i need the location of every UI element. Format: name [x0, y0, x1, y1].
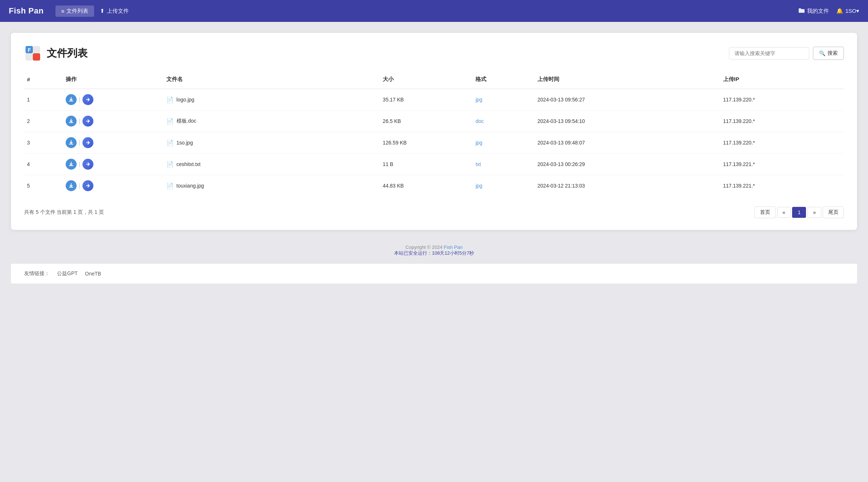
file-list-card: F 文件列表 🔍 搜索 # 操作 文件名 大小 格式 [11, 33, 857, 230]
search-area: 🔍 搜索 [729, 47, 844, 60]
table-row: 5 | 📄 [24, 175, 844, 197]
list-icon: ≡ [61, 8, 65, 14]
link-onetb[interactable]: OneTB [85, 271, 101, 277]
cell-format: txt [472, 154, 535, 175]
svg-rect-2 [26, 53, 33, 61]
cell-time: 2024-03-13 09:56:27 [535, 89, 720, 111]
app-logo: Fish Pan [9, 6, 44, 16]
upload-icon: ⬆ [100, 8, 105, 14]
cell-size: 35.17 KB [380, 89, 472, 111]
download-button[interactable] [66, 137, 77, 148]
cell-time: 2024-03-13 09:48:07 [535, 132, 720, 154]
cell-ip: 117.139.221.* [720, 175, 844, 197]
links-bar: 友情链接： 公益GPT OneTB [11, 264, 857, 284]
cell-size: 44.83 KB [380, 175, 472, 197]
cell-filename: 📄 模板.doc [163, 111, 380, 132]
download-button[interactable] [66, 116, 77, 127]
page-first[interactable]: 首页 [755, 207, 776, 218]
table-row: 1 | 📄 [24, 89, 844, 111]
filename-text: ceshitxt.txt [177, 161, 201, 167]
page-prev[interactable]: « [777, 207, 791, 218]
file-type-icon: 📄 [166, 118, 174, 125]
folder-icon [798, 8, 805, 15]
file-type-icon: 📄 [166, 96, 174, 103]
svg-rect-3 [33, 53, 40, 61]
table-header: # 操作 文件名 大小 格式 上传时间 上传IP [24, 72, 844, 89]
view-button[interactable] [82, 159, 93, 170]
col-header-ip: 上传IP [720, 72, 844, 89]
cell-time: 2024-03-12 21:13:03 [535, 175, 720, 197]
file-type-icon: 📄 [166, 161, 174, 168]
card-title-area: F 文件列表 [24, 45, 88, 62]
cell-actions: | [63, 132, 163, 154]
cell-size: 11 B [380, 154, 472, 175]
table-row: 4 | 📄 [24, 154, 844, 175]
cell-num: 1 [24, 89, 63, 111]
cell-filename: 📄 logo.jpg [163, 89, 380, 111]
footer: Copyright © 2024 Fish Pan 本站已安全运行：108天12… [0, 237, 868, 264]
brand-link[interactable]: Fish Pan [444, 244, 462, 250]
filename-text: touxiang.jpg [177, 183, 204, 189]
file-table: # 操作 文件名 大小 格式 上传时间 上传IP 1 [24, 72, 844, 196]
page-last[interactable]: 尾页 [823, 207, 844, 218]
header-right-area: 我的文件 🔔 1SO▾ [798, 8, 859, 15]
nav-upload[interactable]: ⬆ 上传文件 [94, 5, 135, 17]
page-current[interactable]: 1 [792, 207, 806, 218]
view-button[interactable] [82, 116, 93, 127]
cell-actions: | [63, 154, 163, 175]
col-header-op: 操作 [63, 72, 163, 89]
col-header-name: 文件名 [163, 72, 380, 89]
svg-text:F: F [28, 47, 31, 53]
cell-num: 2 [24, 111, 63, 132]
view-button[interactable] [82, 94, 93, 105]
cell-format: jpg [472, 89, 535, 111]
action-divider: | [79, 182, 80, 189]
view-button[interactable] [82, 180, 93, 191]
download-button[interactable] [66, 94, 77, 105]
cell-ip: 117.139.221.* [720, 154, 844, 175]
cell-actions: | [63, 175, 163, 197]
my-files-btn[interactable]: 我的文件 [798, 8, 829, 15]
pagination-info: 共有 5 个文件 当前第 1 页，共 1 页 [24, 209, 104, 216]
col-header-fmt: 格式 [472, 72, 535, 89]
view-button[interactable] [82, 137, 93, 148]
table-body: 1 | 📄 [24, 89, 844, 197]
download-button[interactable] [66, 159, 77, 170]
cell-num: 3 [24, 132, 63, 154]
cell-ip: 117.139.220.* [720, 111, 844, 132]
card-footer: 共有 5 个文件 当前第 1 页，共 1 页 首页 « 1 » 尾页 [24, 207, 844, 218]
col-header-num: # [24, 72, 63, 89]
user-menu[interactable]: 🔔 1SO▾ [836, 8, 859, 14]
format-link[interactable]: txt [475, 161, 481, 167]
pagination: 首页 « 1 » 尾页 [755, 207, 844, 218]
col-header-size: 大小 [380, 72, 472, 89]
nav-file-list[interactable]: ≡ 文件列表 [55, 5, 94, 17]
format-link[interactable]: jpg [475, 97, 482, 103]
format-link[interactable]: jpg [475, 183, 482, 189]
uptime-line: 本站已安全运行：108天12小时5分7秒 [7, 250, 861, 257]
cell-ip: 117.139.220.* [720, 89, 844, 111]
page-title: 文件列表 [47, 46, 88, 60]
bell-icon: 🔔 [836, 8, 843, 14]
download-button[interactable] [66, 180, 77, 191]
cell-format: jpg [472, 175, 535, 197]
filename-text: 1so.jpg [177, 140, 193, 146]
link-gpt[interactable]: 公益GPT [57, 270, 78, 277]
format-link[interactable]: jpg [475, 140, 482, 146]
cell-filename: 📄 1so.jpg [163, 132, 380, 154]
cell-filename: 📄 touxiang.jpg [163, 175, 380, 197]
filename-text: 模板.doc [177, 118, 196, 124]
file-type-icon: 📄 [166, 139, 174, 146]
cell-ip: 117.139.220.* [720, 132, 844, 154]
cell-filename: 📄 ceshitxt.txt [163, 154, 380, 175]
cell-time: 2024-03-13 00:26:29 [535, 154, 720, 175]
search-button[interactable]: 🔍 搜索 [813, 47, 844, 60]
cell-time: 2024-03-13 09:54:10 [535, 111, 720, 132]
main-content: F 文件列表 🔍 搜索 # 操作 文件名 大小 格式 [0, 22, 868, 237]
page-next[interactable]: » [807, 207, 821, 218]
table-row: 2 | 📄 [24, 111, 844, 132]
format-link[interactable]: doc [475, 118, 484, 124]
cell-num: 5 [24, 175, 63, 197]
copyright-line: Copyright © 2024 Fish Pan [7, 244, 861, 250]
search-input[interactable] [729, 47, 809, 59]
